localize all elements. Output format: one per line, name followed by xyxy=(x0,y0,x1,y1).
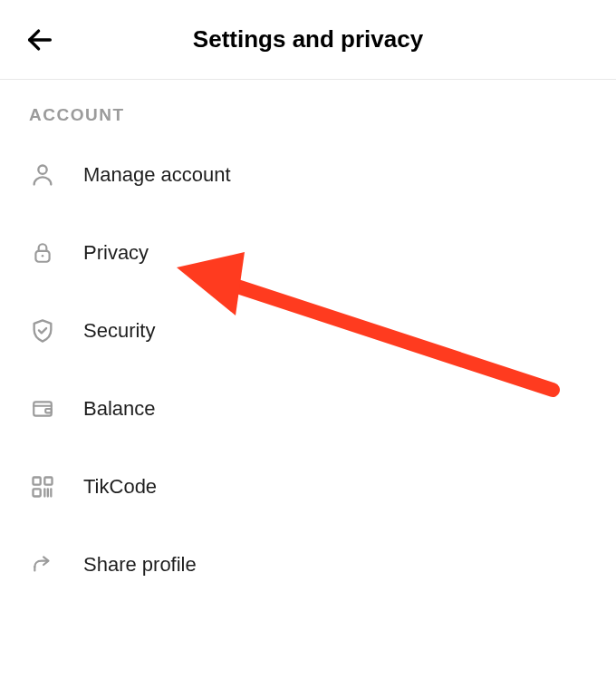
list-item-label: Balance xyxy=(83,397,156,421)
svg-point-1 xyxy=(38,166,46,174)
list-item-label: Manage account xyxy=(83,163,231,187)
svg-rect-8 xyxy=(44,478,52,485)
svg-rect-9 xyxy=(34,489,41,496)
header: Settings and privacy xyxy=(0,0,616,80)
list-item-label: Share profile xyxy=(83,553,197,577)
page-title: Settings and privacy xyxy=(0,25,616,53)
back-button[interactable] xyxy=(22,22,58,58)
arrow-left-icon xyxy=(24,24,55,55)
list-item-balance[interactable]: Balance xyxy=(0,370,616,448)
list-item-label: TikCode xyxy=(83,475,157,499)
list-item-security[interactable]: Security xyxy=(0,292,616,370)
list-item-label: Security xyxy=(83,319,155,343)
list-item-privacy[interactable]: Privacy xyxy=(0,214,616,292)
svg-point-3 xyxy=(42,255,44,257)
svg-rect-7 xyxy=(34,478,41,485)
lock-icon xyxy=(29,239,56,267)
svg-rect-6 xyxy=(45,409,52,412)
list-item-manage-account[interactable]: Manage account xyxy=(0,136,616,214)
section-heading-account: ACCOUNT xyxy=(0,80,616,136)
shield-icon xyxy=(29,317,56,344)
wallet-icon xyxy=(29,395,56,422)
list-item-tikcode[interactable]: TikCode xyxy=(0,448,616,526)
list-item-label: Privacy xyxy=(83,241,149,265)
share-icon xyxy=(29,551,56,578)
list-item-share-profile[interactable]: Share profile xyxy=(0,526,616,604)
person-icon xyxy=(29,161,56,189)
tikcode-icon xyxy=(29,473,56,500)
settings-list: Manage account Privacy Security xyxy=(0,136,616,604)
